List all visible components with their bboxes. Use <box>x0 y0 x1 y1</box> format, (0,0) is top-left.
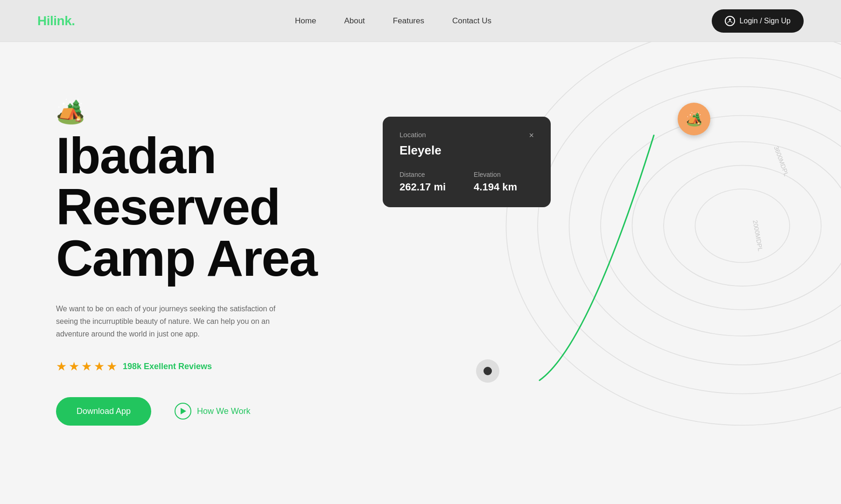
logo[interactable]: Hilink. <box>37 14 75 28</box>
left-section: 🏕️ Ibadan Reserved Camp Area We want to … <box>56 79 373 426</box>
camp-icon: 🏕️ <box>56 98 373 125</box>
logo-text-link: link <box>50 14 71 28</box>
nav-home[interactable]: Home <box>295 16 316 25</box>
map-dot-bottom <box>476 359 499 383</box>
nav-contact[interactable]: Contact Us <box>452 16 491 25</box>
logo-dot: . <box>71 14 75 28</box>
nav-links: Home About Features Contact Us <box>295 16 491 26</box>
card-distance: Distance 262.17 mi <box>399 171 446 193</box>
map-pin-top: 🏕️ <box>678 103 710 135</box>
topo-background: 3600MDPL 2000MDPL <box>477 42 841 462</box>
main-title: Ibadan Reserved Camp Area <box>56 130 373 284</box>
svg-point-4 <box>601 116 841 336</box>
distance-label: Distance <box>399 171 446 178</box>
play-triangle <box>181 408 186 414</box>
right-section: 3600MDPL 2000MDPL Location × Eleyele Dis… <box>373 89 804 462</box>
title-line1: Ibadan <box>56 126 216 184</box>
star-4: ★ <box>94 359 105 374</box>
reviews-row: ★ ★ ★ ★ ★ 198k Exellent Reviews <box>56 359 373 374</box>
nav-features[interactable]: Features <box>393 16 424 25</box>
map-dot-inner <box>484 367 492 375</box>
title-line2: Reserved <box>56 178 280 235</box>
hero-description: We want to be on each of your journeys s… <box>56 302 299 341</box>
star-3: ★ <box>81 359 92 374</box>
play-button-icon <box>175 403 191 420</box>
svg-point-0 <box>729 18 731 21</box>
login-label: Login / Sign Up <box>740 17 791 25</box>
svg-text:3600MDPL: 3600MDPL <box>772 145 790 177</box>
star-2: ★ <box>69 359 79 374</box>
person-icon <box>725 16 735 26</box>
card-header: Location × <box>399 131 534 140</box>
navbar: Hilink. Home About Features Contact Us L… <box>0 0 841 42</box>
title-line3: Camp Area <box>56 229 317 287</box>
star-1: ★ <box>56 359 67 374</box>
location-card: Location × Eleyele Distance 262.17 mi El… <box>383 117 551 207</box>
card-location-name: Eleyele <box>399 143 534 158</box>
distance-value: 262.17 mi <box>399 181 446 193</box>
login-button[interactable]: Login / Sign Up <box>712 9 804 33</box>
star-5: ★ <box>106 359 117 374</box>
logo-text-hi: Hi <box>37 14 50 28</box>
card-location-label: Location <box>399 131 426 139</box>
card-stats: Distance 262.17 mi Elevation 4.194 km <box>399 171 534 193</box>
card-elevation: Elevation 4.194 km <box>474 171 517 193</box>
download-app-button[interactable]: Download App <box>56 397 151 426</box>
nav-about[interactable]: About <box>344 16 364 25</box>
how-we-work-label: How We Work <box>197 406 250 416</box>
svg-point-1 <box>506 42 841 425</box>
how-we-work-link[interactable]: How We Work <box>175 403 250 420</box>
card-close-icon[interactable]: × <box>529 131 534 140</box>
main-content: 🏕️ Ibadan Reserved Camp Area We want to … <box>0 42 841 504</box>
elevation-label: Elevation <box>474 171 517 178</box>
reviews-text: 198k Exellent Reviews <box>123 362 212 371</box>
svg-point-6 <box>664 165 821 286</box>
elevation-value: 4.194 km <box>474 181 517 193</box>
buttons-row: Download App How We Work <box>56 397 373 426</box>
svg-text:2000MDPL: 2000MDPL <box>751 219 764 252</box>
svg-point-7 <box>695 189 790 263</box>
stars-container: ★ ★ ★ ★ ★ <box>56 359 117 374</box>
